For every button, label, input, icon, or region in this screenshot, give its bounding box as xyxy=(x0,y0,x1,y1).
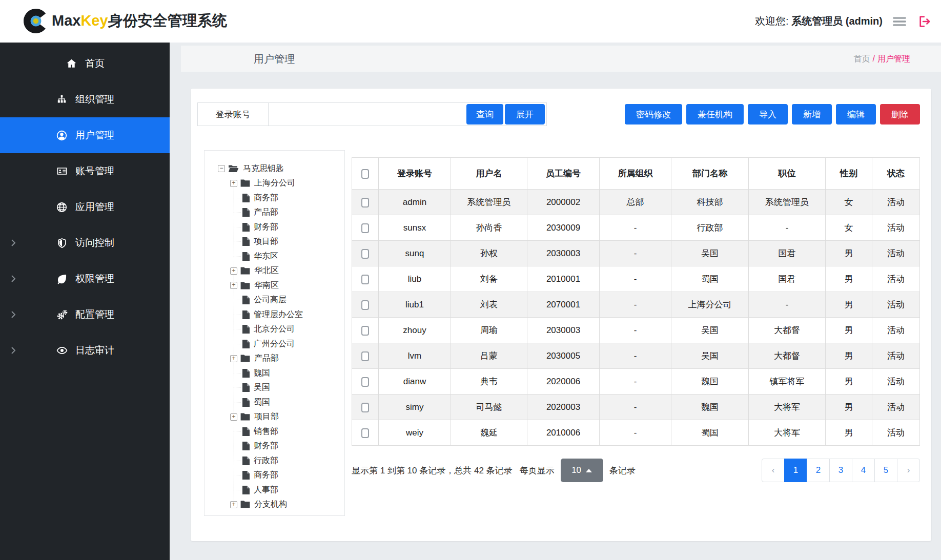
checkbox-cell xyxy=(352,395,379,420)
table-cell: 司马懿 xyxy=(451,395,527,420)
row-checkbox[interactable] xyxy=(361,428,369,438)
table-cell: simy xyxy=(379,395,451,420)
add-button[interactable]: 新增 xyxy=(792,104,832,125)
tree-node[interactable]: 项目部 xyxy=(204,235,344,250)
delete-button[interactable]: 删除 xyxy=(880,104,920,125)
column-header[interactable]: 所属组织 xyxy=(600,158,671,190)
tree-node[interactable]: 财务部 xyxy=(204,220,344,235)
table-row[interactable]: liub1刘表2070001-上海分公司-男活动 xyxy=(352,292,920,318)
tree-node[interactable]: 商务部 xyxy=(204,191,344,205)
sidebar-item-perm-mgmt[interactable]: 权限管理 xyxy=(0,261,170,297)
expand-toggle[interactable]: + xyxy=(230,413,237,421)
page-1-button[interactable]: 1 xyxy=(784,459,807,482)
tree-connector xyxy=(234,402,240,403)
edit-button[interactable]: 编辑 xyxy=(836,104,876,125)
expand-toggle[interactable]: + xyxy=(230,267,237,275)
column-header[interactable]: 性别 xyxy=(826,158,872,190)
tree-node[interactable]: 华东区 xyxy=(204,249,344,264)
folder-icon xyxy=(240,413,250,421)
table-row[interactable]: lvm吕蒙2030005-吴国大都督男活动 xyxy=(352,343,920,369)
row-checkbox[interactable] xyxy=(361,198,369,208)
tree-node[interactable]: 人事部 xyxy=(204,483,344,497)
column-header[interactable]: 用户名 xyxy=(451,158,527,190)
expand-toggle[interactable]: + xyxy=(230,282,237,289)
row-checkbox[interactable] xyxy=(361,326,369,336)
concurrent-org-button[interactable]: 兼任机构 xyxy=(686,104,744,125)
table-row[interactable]: simy司马懿2020003-魏国大将军男活动 xyxy=(352,395,920,420)
column-header[interactable]: 员工编号 xyxy=(527,158,600,190)
page-prev-button[interactable]: ‹ xyxy=(762,459,785,482)
brand[interactable]: MaxKey身份安全管理系统 xyxy=(23,8,227,34)
tree-node[interactable]: 管理层办公室 xyxy=(204,307,344,322)
row-checkbox[interactable] xyxy=(361,351,369,361)
row-checkbox[interactable] xyxy=(361,249,369,259)
tree-node[interactable]: −马克思钥匙 xyxy=(204,161,344,176)
table-cell: 吴国 xyxy=(671,343,749,369)
expand-toggle[interactable]: + xyxy=(230,501,237,508)
tree-node[interactable]: +上海分公司 xyxy=(204,176,344,191)
expand-toggle[interactable]: + xyxy=(230,355,237,362)
page-size-dropdown[interactable]: 10 xyxy=(561,459,603,482)
row-checkbox[interactable] xyxy=(361,275,369,284)
tree-node[interactable]: 魏国 xyxy=(204,366,344,381)
table-row[interactable]: sunq孙权2030003-吴国国君男活动 xyxy=(352,241,920,266)
sidebar-item-org-mgmt[interactable]: 组织管理 xyxy=(0,81,170,117)
row-checkbox[interactable] xyxy=(361,377,369,387)
page-3-button[interactable]: 3 xyxy=(829,459,852,482)
row-checkbox[interactable] xyxy=(361,223,369,233)
tree-node[interactable]: 销售部 xyxy=(204,424,344,439)
tree-node[interactable]: 广州分公司 xyxy=(204,337,344,351)
sidebar-item-log-audit[interactable]: 日志审计 xyxy=(0,333,170,368)
tree-node[interactable]: +华北区 xyxy=(204,264,344,279)
column-header[interactable]: 状态 xyxy=(872,158,920,190)
query-button[interactable]: 查询 xyxy=(466,104,503,125)
page-2-button[interactable]: 2 xyxy=(807,459,830,482)
tree-node[interactable]: 财务部 xyxy=(204,439,344,454)
table-row[interactable]: dianw典韦2020006-魏国镇军将军男活动 xyxy=(352,369,920,395)
tree-node[interactable]: +分支机构 xyxy=(204,497,344,512)
logout-icon[interactable] xyxy=(917,15,931,28)
collapse-toggle[interactable]: − xyxy=(218,165,225,172)
password-modify-button[interactable]: 密码修改 xyxy=(625,104,682,125)
tree-node[interactable]: +项目部 xyxy=(204,410,344,425)
breadcrumb-home[interactable]: 首页 xyxy=(854,54,870,63)
table-row[interactable]: weiy魏延2010006-蜀国大将军男活动 xyxy=(352,420,920,446)
row-checkbox[interactable] xyxy=(361,300,369,310)
table-row[interactable]: liub刘备2010001-蜀国国君男活动 xyxy=(352,266,920,292)
tree-connector xyxy=(234,256,240,257)
tree-node-label: 魏国 xyxy=(254,368,270,379)
sidebar-item-app-mgmt[interactable]: 应用管理 xyxy=(0,189,170,225)
sidebar-item-user-mgmt[interactable]: 用户管理 xyxy=(0,117,170,153)
tree-node[interactable]: 北京分公司 xyxy=(204,322,344,337)
table-row[interactable]: admin系统管理员2000002总部科技部系统管理员女活动 xyxy=(352,190,920,215)
page-next-button[interactable]: › xyxy=(897,459,920,482)
row-checkbox[interactable] xyxy=(361,403,369,412)
sidebar-item-access-control[interactable]: 访问控制 xyxy=(0,225,170,261)
column-header[interactable]: 职位 xyxy=(749,158,826,190)
sidebar-item-config-mgmt[interactable]: 配置管理 xyxy=(0,297,170,333)
table-cell: - xyxy=(749,292,826,318)
tree-node[interactable]: 商务部 xyxy=(204,468,344,483)
login-account-input[interactable] xyxy=(269,103,466,126)
tree-node[interactable]: 产品部 xyxy=(204,205,344,220)
expand-toggle[interactable]: + xyxy=(230,180,237,187)
tree-node[interactable]: +华南区 xyxy=(204,278,344,293)
sidebar-item-home[interactable]: 首页 xyxy=(0,46,170,81)
page-4-button[interactable]: 4 xyxy=(852,459,875,482)
expand-button[interactable]: 展开 xyxy=(505,104,545,125)
table-row[interactable]: sunsx孙尚香2030009-行政部-女活动 xyxy=(352,215,920,241)
table-row[interactable]: zhouy周瑜2030003-吴国大都督男活动 xyxy=(352,318,920,343)
import-button[interactable]: 导入 xyxy=(748,104,788,125)
tree-node[interactable]: 公司高层 xyxy=(204,293,344,308)
sidebar-item-label: 配置管理 xyxy=(75,308,114,321)
tree-node[interactable]: +产品部 xyxy=(204,351,344,366)
page-5-button[interactable]: 5 xyxy=(874,459,897,482)
menu-bars-icon[interactable] xyxy=(893,15,907,28)
select-all-checkbox[interactable] xyxy=(361,169,369,179)
tree-node[interactable]: 行政部 xyxy=(204,453,344,468)
column-header[interactable]: 登录账号 xyxy=(379,158,451,190)
column-header[interactable]: 部门名称 xyxy=(671,158,749,190)
tree-node[interactable]: 蜀国 xyxy=(204,395,344,410)
sidebar-item-account-mgmt[interactable]: 账号管理 xyxy=(0,153,170,189)
tree-node[interactable]: 吴国 xyxy=(204,381,344,396)
